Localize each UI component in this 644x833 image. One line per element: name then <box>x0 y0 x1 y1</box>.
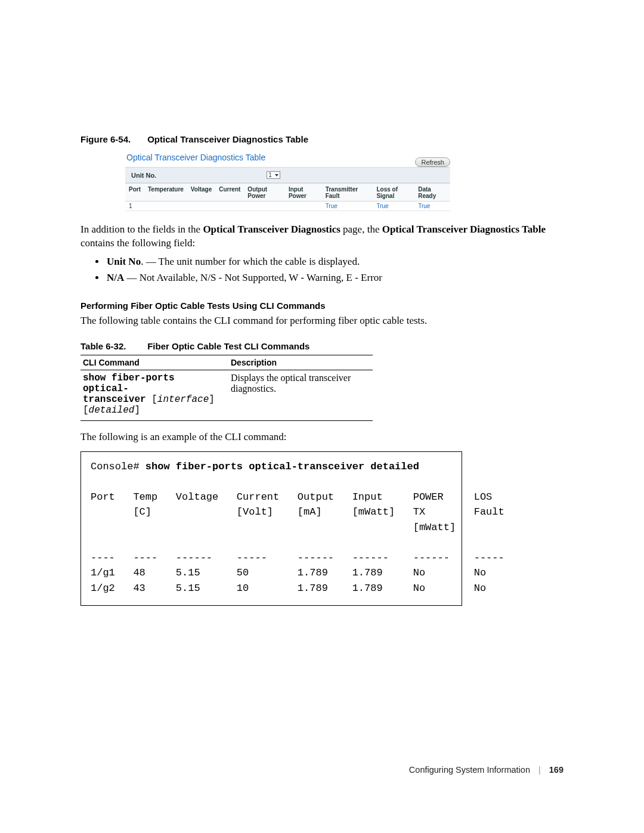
term-unit-no: Unit No <box>107 256 141 267</box>
table-label: Table 6-32. <box>80 341 145 351</box>
col-port: Port <box>125 184 144 202</box>
console-divider: ---- ---- ------ ----- ------ ------ ---… <box>91 552 504 563</box>
cli-commands-table: CLI Command Description show fiber-ports… <box>80 355 373 421</box>
figure-title: Optical Transceiver Diagnostics Table <box>147 134 308 144</box>
console-output: Console# show fiber-ports optical-transc… <box>80 451 462 606</box>
page-footer: Configuring System Information | 169 <box>409 765 564 775</box>
unit-no-value: 1 <box>268 172 272 178</box>
col-input-power: Input Power <box>285 184 322 202</box>
section-paragraph: The following table contains the CLI com… <box>80 314 564 328</box>
list-item: N/A — Not Available, N/S - Not Supported… <box>106 271 564 285</box>
col-transmitter-fault: Transmitter Fault <box>322 184 373 202</box>
console-header3: [mWatt] <box>91 522 456 533</box>
diagnostics-table: Port Temperature Voltage Current Output … <box>125 183 450 210</box>
footer-page-number: 169 <box>549 765 564 775</box>
cell-transmitter-fault: True <box>322 202 373 211</box>
term-na: N/A <box>107 272 124 283</box>
footer-separator: | <box>538 765 541 775</box>
cell-idx: 1 <box>125 202 144 211</box>
diagnostics-screenshot: Refresh Optical Transceiver Diagnostics … <box>125 150 450 211</box>
table-title: Fiber Optic Cable Test CLI Commands <box>147 341 309 351</box>
col-current: Current <box>215 184 244 202</box>
unit-row: Unit No. 1 <box>125 167 450 183</box>
footer-section: Configuring System Information <box>409 765 530 775</box>
console-command: show fiber-ports optical-transceiver det… <box>145 461 419 472</box>
refresh-button[interactable]: Refresh <box>415 157 450 167</box>
screenshot-title: Optical Transceiver Diagnostics Table <box>125 150 450 167</box>
figure-label: Figure 6-54. <box>80 134 145 144</box>
console-row1: 1/g1 48 5.15 50 1.789 1.789 No No <box>91 567 486 578</box>
cli-hdr-description: Description <box>228 355 373 370</box>
console-header1: Port Temp Voltage Current Output Input P… <box>91 491 492 503</box>
unit-no-label: Unit No. <box>131 172 156 179</box>
table-row: show fiber-ports optical- transceiver [i… <box>80 370 373 420</box>
section-heading: Performing Fiber Optic Cable Tests Using… <box>80 301 564 311</box>
cell-loss-of-signal: True <box>373 202 414 211</box>
cli-hdr-command: CLI Command <box>80 355 228 370</box>
col-output-power: Output Power <box>244 184 285 202</box>
figure-caption: Figure 6-54. Optical Transceiver Diagnos… <box>80 134 564 144</box>
col-temperature: Temperature <box>144 184 187 202</box>
intro-paragraph: In addition to the fields in the Optical… <box>80 223 564 250</box>
cli-command-cell: show fiber-ports optical- transceiver [i… <box>80 370 228 420</box>
example-paragraph: The following is an example of the CLI c… <box>80 431 564 444</box>
table-header-row: Port Temperature Voltage Current Output … <box>125 184 450 202</box>
table-row: 1 True True True <box>125 202 450 211</box>
col-data-ready: Data Ready <box>414 184 450 202</box>
console-row2: 1/g2 43 5.15 10 1.789 1.789 No No <box>91 583 486 594</box>
cell-data-ready: True <box>414 202 450 211</box>
col-voltage: Voltage <box>187 184 215 202</box>
console-header2: [C] [Volt] [mA] [mWatt] TX Fault <box>91 506 504 518</box>
cli-description-cell: Displays the optical transceiver diagnos… <box>228 370 373 420</box>
field-list: Unit No. — The unit number for which the… <box>80 255 564 285</box>
unit-no-select[interactable]: 1 <box>267 171 280 179</box>
table-caption: Table 6-32. Fiber Optic Cable Test CLI C… <box>80 341 564 351</box>
list-item: Unit No. — The unit number for which the… <box>106 255 564 269</box>
console-prompt: Console# <box>91 461 145 472</box>
col-loss-of-signal: Loss of Signal <box>373 184 414 202</box>
